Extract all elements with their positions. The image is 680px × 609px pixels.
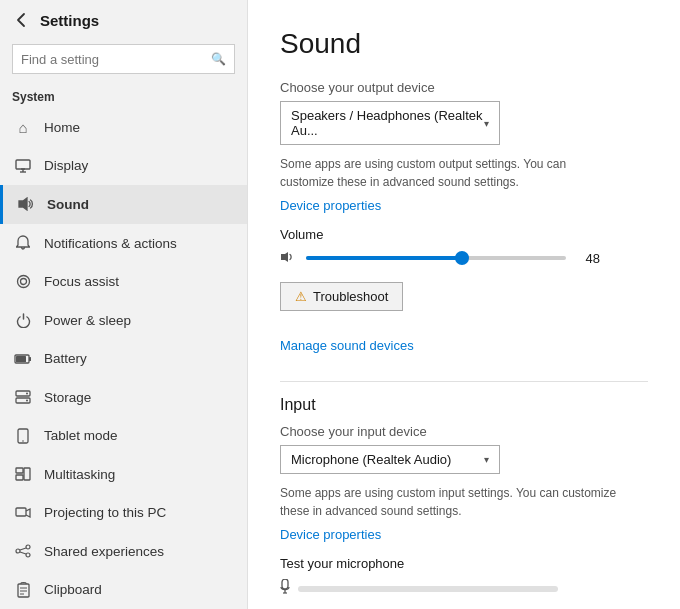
svg-marker-29 xyxy=(281,252,288,262)
output-info-text: Some apps are using custom output settin… xyxy=(280,155,620,191)
sidebar-item-battery[interactable]: Battery xyxy=(0,339,247,378)
output-troubleshoot-button[interactable]: ⚠ Troubleshoot xyxy=(280,282,403,311)
sidebar-item-label: Storage xyxy=(44,390,91,405)
svg-point-13 xyxy=(26,400,28,402)
power-icon xyxy=(12,309,34,331)
svg-point-6 xyxy=(20,279,26,285)
svg-point-22 xyxy=(26,553,30,557)
sidebar-item-power[interactable]: Power & sleep xyxy=(0,301,247,340)
volume-section: Volume 48 xyxy=(280,227,648,268)
input-dropdown-value: Microphone (Realtek Audio) xyxy=(291,452,451,467)
sidebar-item-label: Clipboard xyxy=(44,582,102,597)
volume-slider[interactable] xyxy=(306,248,566,268)
svg-point-15 xyxy=(22,440,24,442)
output-section: Choose your output device Speakers / Hea… xyxy=(280,80,648,367)
sidebar-item-label: Projecting to this PC xyxy=(44,505,166,520)
svg-rect-9 xyxy=(16,356,26,362)
system-section-label: System xyxy=(0,82,247,108)
storage-icon xyxy=(12,386,34,408)
search-box[interactable]: 🔍 xyxy=(12,44,235,74)
sidebar-item-label: Power & sleep xyxy=(44,313,131,328)
input-device-properties-link[interactable]: Device properties xyxy=(280,527,381,542)
input-section-heading: Input xyxy=(280,396,648,414)
chevron-down-icon: ▾ xyxy=(484,454,489,465)
svg-rect-0 xyxy=(16,160,30,169)
sidebar-item-tablet[interactable]: Tablet mode xyxy=(0,416,247,455)
sidebar-item-label: Sound xyxy=(47,197,89,212)
input-section: Input Choose your input device Microphon… xyxy=(280,396,648,609)
sidebar-item-label: Battery xyxy=(44,351,87,366)
section-divider xyxy=(280,381,648,382)
shared-icon xyxy=(12,540,34,562)
home-icon: ⌂ xyxy=(12,116,34,138)
mic-level-bar xyxy=(298,586,558,592)
svg-rect-17 xyxy=(16,475,23,480)
battery-icon xyxy=(12,348,34,370)
input-device-dropdown[interactable]: Microphone (Realtek Audio) ▾ xyxy=(280,445,500,474)
notifications-icon xyxy=(12,232,34,254)
manage-sound-devices-link[interactable]: Manage sound devices xyxy=(280,338,414,353)
tablet-icon xyxy=(12,425,34,447)
sidebar-item-storage[interactable]: Storage xyxy=(0,378,247,417)
svg-rect-19 xyxy=(16,508,26,516)
display-icon xyxy=(12,155,34,177)
sidebar-item-label: Multitasking xyxy=(44,467,115,482)
svg-line-23 xyxy=(20,548,26,550)
svg-line-24 xyxy=(20,552,26,554)
sidebar-item-shared[interactable]: Shared experiences xyxy=(0,532,247,571)
search-icon: 🔍 xyxy=(211,52,226,66)
volume-row: 48 xyxy=(280,248,648,268)
warning-icon: ⚠ xyxy=(295,289,307,304)
search-input[interactable] xyxy=(21,52,207,67)
output-device-label: Choose your output device xyxy=(280,80,648,95)
sidebar-item-projecting[interactable]: Projecting to this PC xyxy=(0,493,247,532)
sidebar: Settings 🔍 System ⌂ Home Display Sound N… xyxy=(0,0,248,609)
sidebar-item-home[interactable]: ⌂ Home xyxy=(0,108,247,147)
sidebar-item-sound[interactable]: Sound xyxy=(0,185,247,224)
chevron-down-icon: ▾ xyxy=(484,118,489,129)
svg-point-20 xyxy=(26,545,30,549)
clipboard-icon xyxy=(12,579,34,601)
sidebar-item-label: Tablet mode xyxy=(44,428,118,443)
sidebar-item-clipboard[interactable]: Clipboard xyxy=(0,571,247,609)
sidebar-item-display[interactable]: Display xyxy=(0,147,247,186)
projecting-icon xyxy=(12,502,34,524)
back-button[interactable] xyxy=(12,8,30,32)
svg-point-21 xyxy=(16,549,20,553)
input-info-text: Some apps are using custom input setting… xyxy=(280,484,620,520)
mic-test-row xyxy=(280,579,648,598)
troubleshoot-label: Troubleshoot xyxy=(313,289,388,304)
sidebar-item-label: Shared experiences xyxy=(44,544,164,559)
svg-rect-16 xyxy=(16,468,23,473)
sidebar-item-label: Display xyxy=(44,158,88,173)
svg-rect-18 xyxy=(24,468,30,480)
svg-rect-8 xyxy=(29,357,31,361)
svg-marker-4 xyxy=(19,198,27,210)
focus-icon xyxy=(12,271,34,293)
sidebar-title: Settings xyxy=(40,12,99,29)
sound-icon xyxy=(15,193,37,215)
output-device-dropdown[interactable]: Speakers / Headphones (Realtek Au... ▾ xyxy=(280,101,500,145)
sidebar-item-label: Focus assist xyxy=(44,274,119,289)
multitasking-icon xyxy=(12,463,34,485)
output-dropdown-value: Speakers / Headphones (Realtek Au... xyxy=(291,108,484,138)
page-title: Sound xyxy=(280,28,648,60)
sidebar-item-notifications[interactable]: Notifications & actions xyxy=(0,224,247,263)
input-device-label: Choose your input device xyxy=(280,424,648,439)
main-content: Sound Choose your output device Speakers… xyxy=(248,0,680,609)
volume-label: Volume xyxy=(280,227,648,242)
svg-rect-30 xyxy=(282,579,288,589)
svg-point-12 xyxy=(26,393,28,395)
svg-point-5 xyxy=(17,276,29,288)
sidebar-item-focus[interactable]: Focus assist xyxy=(0,262,247,301)
sidebar-header: Settings xyxy=(0,0,247,40)
microphone-icon xyxy=(280,579,290,598)
output-device-properties-link[interactable]: Device properties xyxy=(280,198,381,213)
sidebar-item-label: Notifications & actions xyxy=(44,236,177,251)
sidebar-item-label: Home xyxy=(44,120,80,135)
volume-low-icon xyxy=(280,250,296,267)
volume-value: 48 xyxy=(576,251,600,266)
sidebar-item-multitasking[interactable]: Multitasking xyxy=(0,455,247,494)
test-mic-label: Test your microphone xyxy=(280,556,648,571)
